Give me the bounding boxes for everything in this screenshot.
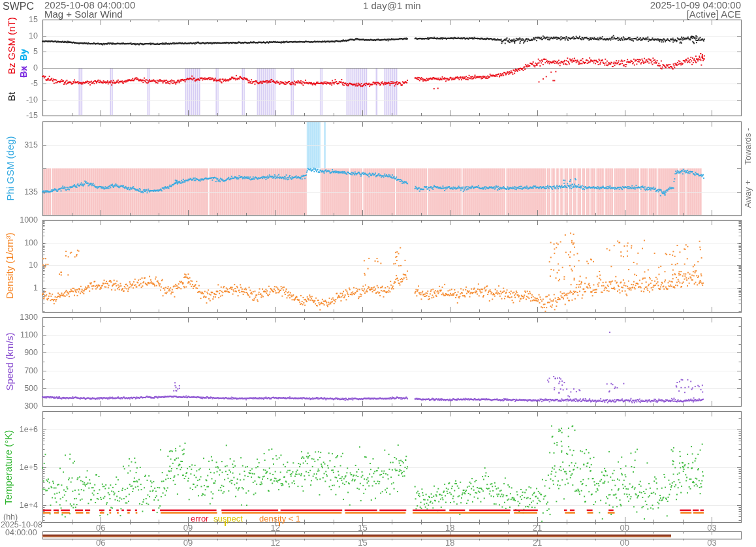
tick-label: 15	[349, 538, 375, 547]
tick-label: 12	[262, 523, 289, 533]
tick-label: 03	[699, 523, 725, 533]
tick-label: 1300	[10, 313, 38, 322]
tick-label: 135	[10, 187, 38, 196]
tick-label: 21	[524, 523, 550, 533]
tick-label: 700	[10, 366, 38, 375]
legend-suspect: suspect	[213, 514, 243, 524]
plot-canvas	[0, 0, 756, 547]
tick-label: 15	[10, 15, 38, 24]
tick-label: 1e+4	[10, 501, 38, 510]
tick-label: 0	[10, 63, 38, 72]
tick-label: 00	[612, 538, 638, 547]
tick-label: 15	[349, 523, 375, 533]
tick-label: 10	[10, 31, 38, 40]
tick-label: 10	[10, 260, 38, 270]
tick-label: 18	[437, 538, 463, 547]
base-time-label: 04:00:00	[5, 529, 37, 538]
tick-label: 06	[87, 538, 114, 547]
tick-label: 315	[10, 140, 38, 149]
tick-label: -5	[10, 79, 38, 88]
tick-label: 12	[262, 538, 289, 547]
tick-label: 1e+6	[10, 425, 38, 434]
tick-label: 1	[10, 283, 38, 292]
away-sector-label: Away +	[744, 180, 753, 208]
tick-label: 1100	[10, 330, 38, 339]
swpc-solar-wind-figure: SWPC 2025-10-08 04:00:00 Mag + Solar Win…	[0, 0, 756, 547]
tick-label: 1e+5	[10, 463, 38, 472]
satellite-status-label: [Active] ACE	[687, 9, 741, 20]
tick-label: 5	[10, 47, 38, 56]
tick-label: 1000	[10, 215, 38, 225]
tick-label: -10	[10, 95, 38, 104]
tick-label: 00	[612, 523, 638, 533]
tick-label: 03	[699, 538, 725, 547]
plot-title: Mag + Solar Wind	[44, 9, 123, 20]
towards-sector-label: Towards -	[744, 128, 753, 164]
tick-label: -15	[10, 111, 38, 120]
axis-label-speed: Speed (km/s)	[5, 332, 16, 390]
tick-label: 300	[10, 401, 38, 411]
tick-label: 09	[175, 538, 201, 547]
tick-label: 100	[10, 238, 38, 247]
resolution-label: 1 day@1 min	[363, 1, 421, 12]
tick-label: 21	[524, 538, 550, 547]
tick-label: 18	[437, 523, 463, 533]
tick-label: 09	[175, 523, 201, 533]
tick-label: 900	[10, 348, 38, 357]
tick-label: 500	[10, 384, 38, 393]
tick-label: 06	[87, 523, 114, 533]
brand-label: SWPC	[3, 1, 34, 12]
